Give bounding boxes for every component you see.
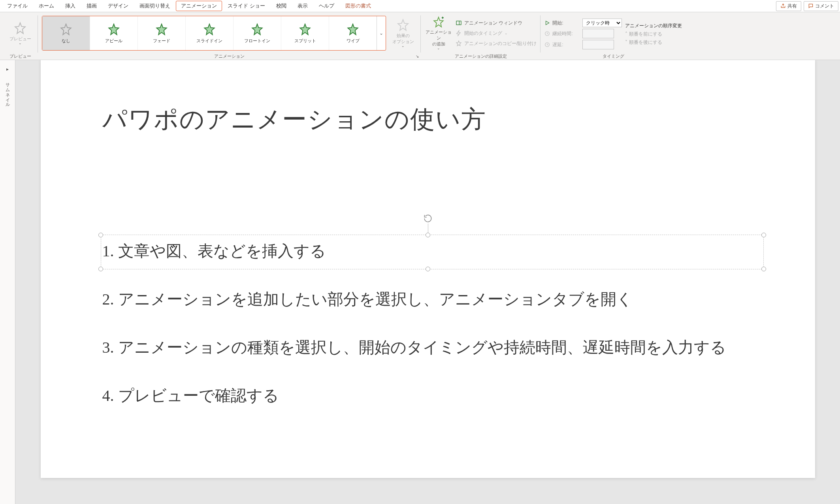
move-earlier-label: 順番を前にする <box>629 31 662 38</box>
add-animation-button[interactable]: アニメーション の追加 ⌄ <box>425 16 452 50</box>
trigger-label: 開始のタイミング <box>464 30 502 37</box>
chevron-down-icon: ⌄ <box>401 44 405 48</box>
clock-delay-icon <box>544 42 550 47</box>
comments-button[interactable]: コメント <box>804 1 838 11</box>
duration-input[interactable] <box>582 29 614 38</box>
star-icon <box>250 23 264 36</box>
add-animation-label: アニメーション の追加 <box>425 29 452 47</box>
group-animation: なしアピールフェードスライドインフロートインスプリットワイプ ⌄ 効果の オプシ… <box>38 12 421 60</box>
animation-item-label: なし <box>62 38 70 44</box>
start-row: 開始: クリック時 <box>544 19 622 27</box>
tab-strip: ファイル ホーム 挿入 描画 デザイン 画面切り替え アニメーション スライド … <box>0 0 840 12</box>
reorder-header: アニメーションの順序変更 <box>625 23 682 29</box>
tab-shape-format[interactable]: 図形の書式 <box>340 0 377 11</box>
arrow-down-icon: ˅ <box>625 39 627 45</box>
tab-home[interactable]: ホーム <box>33 0 60 11</box>
delay-row: 遅延: <box>544 40 622 49</box>
tab-review[interactable]: 校閲 <box>271 0 292 11</box>
duration-row: 継続時間: <box>544 29 622 38</box>
thumbnail-panel: ▸ サムネイル <box>0 60 15 504</box>
animation-none[interactable]: なし <box>42 16 90 50</box>
reorder-column: アニメーションの順序変更 ˄ 順番を前にする ˅ 順番を後にする <box>625 21 682 46</box>
share-button[interactable]: 共有 <box>776 1 801 11</box>
preview-button[interactable]: プレビュー ⌄ <box>6 16 34 50</box>
comments-label: コメント <box>815 3 834 9</box>
star-icon <box>298 23 312 36</box>
resize-handle[interactable] <box>761 267 766 271</box>
arrow-up-icon: ˄ <box>625 31 627 37</box>
star-effect-icon <box>396 19 410 32</box>
resize-handle[interactable] <box>761 233 766 237</box>
slide-body[interactable]: 1. 文章や図、表などを挿入する 2. アニメーションを追加したい部分を選択し、… <box>102 238 760 427</box>
animation-slidein[interactable]: スライドイン <box>186 16 234 50</box>
animation-wipe[interactable]: ワイプ <box>329 16 377 50</box>
slide-title[interactable]: パワポのアニメーションの使い方 <box>102 103 486 136</box>
comment-icon <box>808 3 814 9</box>
share-icon <box>780 3 786 9</box>
animation-pane-button[interactable]: アニメーション ウィンドウ <box>456 18 537 28</box>
thumbnail-toggle[interactable]: ▸ <box>6 66 9 72</box>
star-icon <box>59 23 73 36</box>
tab-draw[interactable]: 描画 <box>81 0 102 11</box>
thumbnail-panel-label: サムネイル <box>5 80 11 105</box>
animation-item-label: フロートイン <box>244 38 270 44</box>
group-preview: プレビュー ⌄ プレビュー <box>2 12 38 60</box>
tab-transitions[interactable]: 画面切り替え <box>134 0 176 11</box>
start-select[interactable]: クリック時 <box>582 19 622 27</box>
bullet-item[interactable]: 3. アニメーションの種類を選択し、開始のタイミングや持続時間、遅延時間を入力す… <box>102 334 760 361</box>
animation-painter-button[interactable]: アニメーションのコピー/貼り付け <box>456 38 537 49</box>
slide-area[interactable]: パワポのアニメーションの使い方 1. 文章や図、表などを挿入する 2. アニメー… <box>15 60 840 504</box>
animation-floatin[interactable]: フロートイン <box>234 16 281 50</box>
tab-insert[interactable]: 挿入 <box>60 0 81 11</box>
animation-item-label: フェード <box>153 38 170 44</box>
move-earlier-button[interactable]: ˄ 順番を前にする <box>625 31 682 38</box>
star-icon <box>155 23 168 36</box>
group-preview-label: プレビュー <box>6 53 34 60</box>
ribbon: プレビュー ⌄ プレビュー なしアピールフェードスライドインフロートインスプリッ… <box>0 12 840 60</box>
start-label: 開始: <box>552 20 580 26</box>
rotation-handle-icon[interactable] <box>423 213 433 224</box>
delay-label: 遅延: <box>552 41 580 48</box>
animation-dialog-launcher[interactable]: ↘ <box>414 53 420 59</box>
clock-icon <box>544 31 550 36</box>
delay-input[interactable] <box>582 40 614 49</box>
move-later-button[interactable]: ˅ 順番を後にする <box>625 39 682 46</box>
animation-item-label: スライドイン <box>196 38 222 44</box>
animation-item-label: スプリット <box>294 38 316 44</box>
tab-help[interactable]: ヘルプ <box>313 0 340 11</box>
animation-fade[interactable]: フェード <box>138 16 186 50</box>
group-advanced: アニメーション の追加 ⌄ アニメーション ウィンドウ 開始のタイミング ⌄ ア… <box>421 12 541 60</box>
tab-design[interactable]: デザイン <box>102 0 134 11</box>
animation-appear[interactable]: アピール <box>90 16 138 50</box>
star-icon <box>346 23 360 36</box>
trigger-icon <box>456 30 462 36</box>
group-timing-label: タイミング <box>544 53 682 60</box>
animation-split[interactable]: スプリット <box>281 16 329 50</box>
bullet-item[interactable]: 4. プレビューで確認する <box>102 382 760 409</box>
star-preview-icon <box>13 22 27 35</box>
trigger-button[interactable]: 開始のタイミング ⌄ <box>456 28 537 38</box>
group-timing: 開始: クリック時 継続時間: 遅延: アニメーションの順序変更 <box>541 12 686 60</box>
tab-view[interactable]: 表示 <box>292 0 313 11</box>
svg-rect-0 <box>456 21 461 24</box>
star-icon <box>107 23 121 36</box>
chevron-down-icon: ⌄ <box>437 46 440 50</box>
animation-gallery: なしアピールフェードスライドインフロートインスプリットワイプ ⌄ <box>42 16 386 51</box>
group-animation-label: アニメーション <box>42 53 417 60</box>
star-icon <box>203 23 216 36</box>
gallery-more-button[interactable]: ⌄ <box>377 16 386 50</box>
bullet-item[interactable]: 1. 文章や図、表などを挿入する <box>102 238 760 265</box>
star-plus-icon <box>432 16 445 28</box>
workspace: ▸ サムネイル パワポのアニメーションの使い方 1. 文章や図、表などを挿入する… <box>0 60 840 504</box>
bullet-item[interactable]: 2. アニメーションを追加したい部分を選択し、アニメーションタブを開く <box>102 286 760 313</box>
tab-file[interactable]: ファイル <box>2 0 33 11</box>
resize-handle[interactable] <box>426 233 430 237</box>
play-icon <box>544 20 550 26</box>
tab-animations[interactable]: アニメーション <box>176 1 222 11</box>
move-later-label: 順番を後にする <box>629 39 662 46</box>
slide-canvas[interactable]: パワポのアニメーションの使い方 1. 文章や図、表などを挿入する 2. アニメー… <box>41 60 815 478</box>
resize-handle[interactable] <box>98 233 103 237</box>
chevron-down-icon: ⌄ <box>505 31 508 35</box>
tab-slideshow[interactable]: スライド ショー <box>222 0 271 11</box>
effect-options-button[interactable]: 効果の オプション ⌄ <box>389 16 417 50</box>
